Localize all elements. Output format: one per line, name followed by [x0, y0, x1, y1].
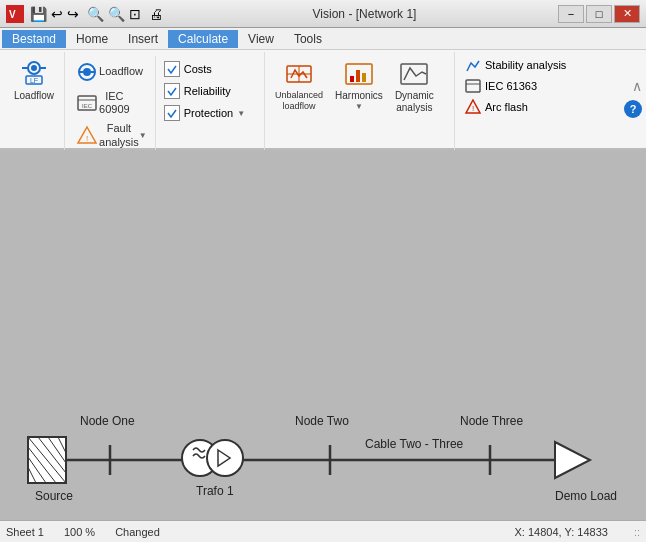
- title-text: Vision - [Network 1]: [171, 7, 558, 21]
- dynamic-label: Dynamicanalysis: [395, 90, 434, 114]
- harmonics-dropdown-arrow: ▼: [355, 102, 363, 111]
- costs-checkbox[interactable]: [164, 61, 180, 77]
- iec60909-label: IEC60909: [99, 90, 130, 116]
- main-layout: V 💾 ↩ ↪ 🔍 🔍 ⊡ 🖨 Vision - [Network 1] − □…: [0, 0, 646, 542]
- harmonics-label: Harmonics: [335, 90, 383, 102]
- loadflow-label: Loadflow: [14, 90, 54, 102]
- diagram-canvas[interactable]: Node One Node Two Node Three Source: [0, 150, 646, 520]
- zoom-fit-icon[interactable]: ⊡: [129, 6, 141, 22]
- svg-rect-19: [350, 76, 354, 82]
- node-one-label: Node One: [80, 414, 135, 428]
- fault-analysis-icon: !: [75, 124, 99, 148]
- zoom-level: 100 %: [64, 526, 95, 538]
- iec61363-label: IEC 61363: [485, 80, 537, 92]
- iec61363-icon: [465, 78, 481, 94]
- node-two-label: Node Two: [295, 414, 349, 428]
- loadflow-small-label: Loadflow: [99, 65, 143, 78]
- reliability-checkbox[interactable]: [164, 83, 180, 99]
- svg-rect-21: [362, 73, 366, 82]
- load-label: Demo Load: [555, 489, 617, 503]
- reliability-button[interactable]: Reliability: [160, 82, 249, 100]
- source-label: Source: [35, 489, 73, 503]
- protection-checkbox[interactable]: [164, 105, 180, 121]
- fault-analysis-label: Faultanalysis: [99, 122, 139, 148]
- cable-label: Cable Two - Three: [365, 437, 464, 451]
- dynamic-button[interactable]: Dynamicanalysis: [391, 56, 438, 116]
- close-button[interactable]: ✕: [614, 5, 640, 23]
- unbalanced-label: Unbalancedloadflow: [275, 90, 323, 112]
- costs-button[interactable]: Costs: [160, 60, 249, 78]
- svg-point-7: [83, 68, 91, 76]
- svg-point-44: [207, 440, 243, 476]
- svg-text:V: V: [9, 9, 16, 20]
- window-controls: − □ ✕: [558, 5, 640, 23]
- menu-calculate[interactable]: Calculate: [168, 30, 238, 48]
- svg-rect-27: [0, 150, 646, 520]
- minimize-button[interactable]: −: [558, 5, 584, 23]
- protection-dropdown-arrow: ▼: [237, 109, 245, 118]
- protection-button[interactable]: Protection ▼: [160, 104, 249, 122]
- ribbon: LF Loadflow Quick: [0, 50, 646, 150]
- network-diagram: Node One Node Two Node Three Source: [0, 150, 646, 520]
- menubar: Bestand Home Insert Calculate View Tools: [0, 28, 646, 50]
- menu-bestand[interactable]: Bestand: [2, 30, 66, 48]
- change-status: Changed: [115, 526, 160, 538]
- arcflash-label: Arc flash: [485, 101, 528, 113]
- fault-dropdown-arrow: ▼: [139, 131, 147, 140]
- node-three-label: Node Three: [460, 414, 523, 428]
- iec60909-button[interactable]: IEC IEC60909: [71, 88, 151, 118]
- stability-label: Stability analysis: [485, 59, 566, 71]
- zoom-in-icon[interactable]: 🔍: [87, 6, 104, 22]
- menu-view[interactable]: View: [238, 30, 284, 48]
- svg-text:LF: LF: [30, 77, 38, 84]
- svg-rect-20: [356, 70, 360, 82]
- fault-analysis-button[interactable]: ! Faultanalysis ▼: [71, 120, 151, 150]
- iec60909-icon: IEC: [75, 91, 99, 115]
- loadflow-button[interactable]: LF Loadflow: [10, 56, 58, 104]
- statusbar: Sheet 1 100 % Changed X: 14804, Y: 14833…: [0, 520, 646, 542]
- menu-tools[interactable]: Tools: [284, 30, 332, 48]
- loadflow-small-icon: [75, 60, 99, 84]
- arcflash-icon: !: [465, 99, 481, 115]
- costs-label: Costs: [184, 63, 212, 75]
- resize-grip: ::: [634, 526, 640, 538]
- protection-label: Protection: [184, 107, 234, 119]
- trafo-label: Trafo 1: [196, 484, 234, 498]
- maximize-button[interactable]: □: [586, 5, 612, 23]
- iec61363-button[interactable]: IEC 61363: [461, 77, 636, 95]
- save-icon[interactable]: 💾: [30, 6, 47, 22]
- help-button[interactable]: ?: [624, 100, 642, 118]
- stability-icon: [465, 57, 481, 73]
- coordinates: X: 14804, Y: 14833: [514, 526, 607, 538]
- svg-text:!: !: [472, 104, 474, 113]
- loadflow-small-button[interactable]: Loadflow: [71, 58, 151, 86]
- unbalanced-button[interactable]: Unbalancedloadflow: [271, 56, 327, 114]
- sheet-label: Sheet 1: [6, 526, 44, 538]
- harmonics-icon: [343, 58, 375, 90]
- svg-rect-23: [466, 80, 480, 92]
- reliability-label: Reliability: [184, 85, 231, 97]
- undo-icon[interactable]: ↩: [51, 6, 63, 22]
- svg-text:!: !: [86, 134, 88, 143]
- loadflow-large-icon: LF: [18, 58, 50, 90]
- ribbon-collapse-button[interactable]: ∧: [632, 78, 642, 94]
- harmonics-button[interactable]: Harmonics ▼: [331, 56, 387, 113]
- svg-point-3: [31, 65, 37, 71]
- menu-home[interactable]: Home: [66, 30, 118, 48]
- svg-text:IEC: IEC: [82, 103, 93, 109]
- titlebar: V 💾 ↩ ↪ 🔍 🔍 ⊡ 🖨 Vision - [Network 1] − □…: [0, 0, 646, 28]
- menu-insert[interactable]: Insert: [118, 30, 168, 48]
- zoom-out-icon[interactable]: 🔍: [108, 6, 125, 22]
- unbalanced-icon: [283, 58, 315, 90]
- arcflash-button[interactable]: ! Arc flash: [461, 98, 636, 116]
- stability-button[interactable]: Stability analysis: [461, 56, 636, 74]
- dynamic-icon: [398, 58, 430, 90]
- print-icon[interactable]: 🖨: [149, 6, 163, 22]
- app-icon: V: [6, 5, 24, 23]
- redo-icon[interactable]: ↪: [67, 6, 79, 22]
